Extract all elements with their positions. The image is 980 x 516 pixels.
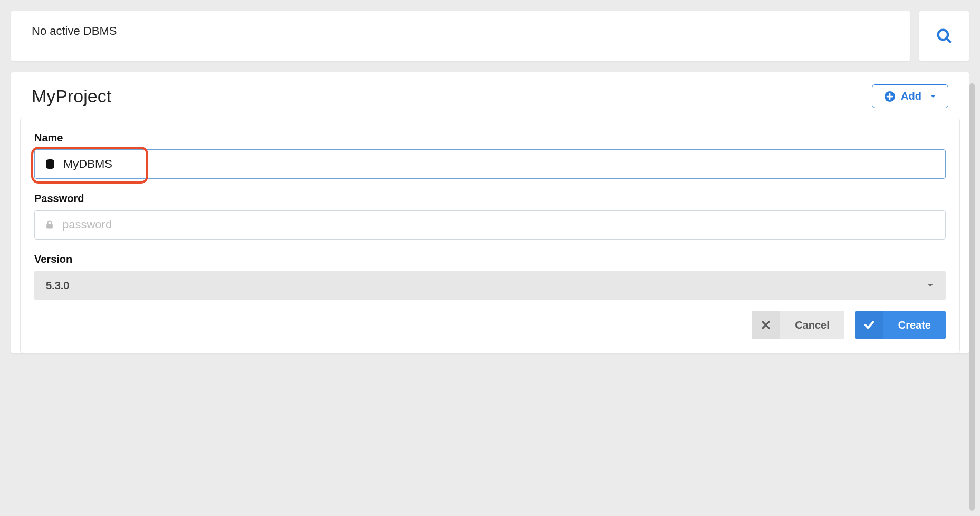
name-input[interactable] [63, 150, 936, 178]
create-form-panel: Name Password [20, 118, 960, 353]
status-text: No active DBMS [32, 24, 117, 37]
search-button[interactable] [919, 11, 969, 61]
project-title: MyProject [32, 86, 111, 107]
scrollbar[interactable] [969, 83, 975, 376]
version-label: Version [34, 253, 946, 265]
action-row: Cancel Create [34, 311, 946, 339]
check-icon [863, 319, 875, 331]
status-card: No active DBMS [11, 11, 910, 61]
password-input-wrap[interactable] [34, 210, 946, 240]
add-button[interactable]: Add [872, 84, 948, 108]
version-field-block: Version 5.3.0 [34, 253, 946, 300]
svg-rect-6 [46, 224, 53, 228]
version-selected-value: 5.3.0 [46, 280, 69, 292]
caret-down-icon [927, 282, 934, 289]
svg-line-1 [947, 39, 950, 42]
password-input[interactable] [62, 211, 936, 239]
top-row: No active DBMS [11, 11, 969, 61]
create-button[interactable]: Create [855, 311, 946, 339]
name-label: Name [34, 132, 946, 144]
database-icon [44, 158, 56, 170]
password-label: Password [34, 193, 946, 205]
cancel-button-label: Cancel [780, 319, 844, 331]
project-header: MyProject Add [11, 72, 969, 118]
cancel-button[interactable]: Cancel [752, 311, 844, 339]
name-field-block: Name [34, 132, 946, 179]
version-select[interactable]: 5.3.0 [34, 271, 946, 300]
create-button-label: Create [883, 319, 946, 331]
search-icon [935, 27, 953, 45]
close-icon [761, 320, 771, 330]
lock-icon [44, 219, 55, 230]
plus-circle-icon [884, 91, 896, 102]
name-input-wrap[interactable] [34, 149, 946, 179]
caret-down-icon [930, 93, 936, 100]
password-field-block: Password [34, 193, 946, 240]
project-card: MyProject Add Name [11, 72, 969, 353]
add-button-label: Add [901, 90, 921, 102]
